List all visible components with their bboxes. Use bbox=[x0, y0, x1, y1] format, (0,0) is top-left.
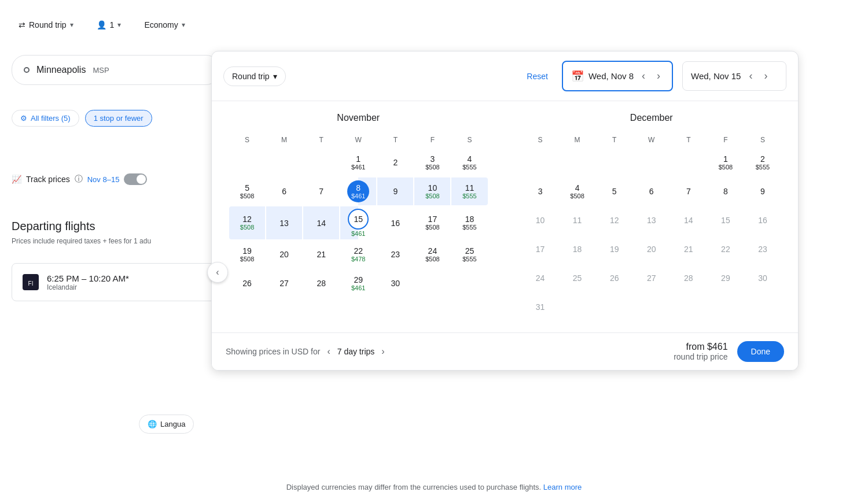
track-prices-toggle[interactable] bbox=[124, 173, 147, 185]
calendar-day-cell[interactable]: 11 bbox=[560, 206, 595, 234]
round-trip-button[interactable]: ⇄ Round trip ▾ bbox=[12, 16, 80, 34]
calendar-day-cell[interactable]: 30 bbox=[377, 269, 413, 297]
day-number: 23 bbox=[391, 250, 400, 258]
flight-card[interactable]: FI 6:25 PM – 10:20 AM* Icelandair bbox=[12, 263, 217, 301]
december-grid: SMTWTFS1$5082$55534$50856789101112131415… bbox=[523, 132, 781, 321]
calendar-day-cell[interactable]: 14 bbox=[303, 206, 339, 239]
stop-filter-label: 1 stop or fewer bbox=[94, 114, 144, 123]
calendar-day-cell[interactable]: 21 bbox=[671, 235, 707, 263]
calendar-day-cell[interactable]: 24$508 bbox=[414, 241, 450, 268]
trip-length-prev-button[interactable]: ‹ bbox=[325, 344, 332, 359]
calendar-day-cell[interactable]: 3$508 bbox=[414, 149, 450, 176]
calendar-day-cell[interactable]: 17 bbox=[523, 235, 558, 263]
calendar-day-cell[interactable]: 9 bbox=[745, 177, 781, 205]
calendar-day-cell[interactable]: 21 bbox=[303, 241, 339, 268]
calendar-day-cell[interactable]: 17$508 bbox=[414, 206, 450, 239]
calendar-day-cell[interactable]: 4$555 bbox=[451, 149, 487, 176]
calendar-day-cell[interactable]: 13 bbox=[266, 206, 302, 239]
day-number: 10 bbox=[428, 184, 437, 192]
calendar-day-cell[interactable]: 29$461 bbox=[340, 269, 376, 297]
calendar-day-cell[interactable]: 1$461 bbox=[340, 149, 376, 176]
price-note: round trip price bbox=[674, 352, 727, 361]
cabin-class-button[interactable]: Economy ▾ bbox=[137, 16, 192, 34]
day-header: F bbox=[708, 132, 744, 147]
calendar-day-cell[interactable]: 24 bbox=[523, 264, 558, 292]
track-chart-icon: 📈 bbox=[12, 175, 21, 184]
calendar-day-cell[interactable]: 31 bbox=[523, 293, 558, 321]
calendar-day-cell[interactable]: 20 bbox=[266, 241, 302, 268]
trip-length-next-button[interactable]: › bbox=[379, 344, 387, 359]
track-prices-section: 📈 Track prices ⓘ Nov 8–15 bbox=[12, 173, 147, 185]
passengers-button[interactable]: 👤 1 ▾ bbox=[90, 16, 128, 34]
stop-filter-button[interactable]: 1 stop or fewer bbox=[85, 110, 152, 127]
calendar-day-cell[interactable]: 8$461 bbox=[340, 177, 376, 205]
calendar-day-cell[interactable]: 10$508 bbox=[414, 177, 450, 205]
calendar-day-cell[interactable]: 28 bbox=[671, 264, 707, 292]
return-prev-button[interactable]: ‹ bbox=[745, 68, 756, 84]
calendar-day-cell[interactable]: 25$555 bbox=[451, 241, 487, 268]
calendar-day-cell bbox=[303, 149, 339, 176]
day-number: 14 bbox=[684, 216, 693, 224]
day-number: 30 bbox=[758, 274, 767, 282]
calendar-day-cell[interactable]: 6 bbox=[634, 177, 670, 205]
day-number: 20 bbox=[279, 250, 289, 258]
calendar-day-cell[interactable]: 8 bbox=[708, 177, 744, 205]
calendar-day-cell[interactable]: 23 bbox=[377, 241, 413, 268]
calendar-day-cell[interactable]: 26 bbox=[597, 264, 632, 292]
calendar-day-cell[interactable]: 12$508 bbox=[229, 206, 265, 239]
calendar-day-cell[interactable]: 2$555 bbox=[745, 149, 781, 176]
day-header: M bbox=[560, 132, 595, 147]
departing-subheading: Prices include required taxes + fees for… bbox=[12, 237, 151, 245]
calendar-day-cell[interactable]: 5 bbox=[597, 177, 632, 205]
calendar-day-cell[interactable]: 25 bbox=[560, 264, 595, 292]
calendar-day-cell[interactable]: 16 bbox=[745, 206, 781, 234]
calendar-day-cell[interactable]: 29 bbox=[708, 264, 744, 292]
all-filters-button[interactable]: ⚙ All filters (5) bbox=[12, 110, 79, 127]
calendar-day-cell[interactable]: 26 bbox=[229, 269, 265, 297]
back-arrow-button[interactable]: ‹ bbox=[207, 262, 228, 283]
calendar-day-cell[interactable]: 5$508 bbox=[229, 177, 265, 205]
calendar-day-cell[interactable]: 2 bbox=[377, 149, 413, 176]
calendar-day-cell bbox=[708, 293, 744, 321]
return-next-button[interactable]: › bbox=[760, 68, 771, 84]
calendar-day-cell[interactable]: 9 bbox=[377, 177, 413, 205]
calendar-day-cell[interactable]: 7 bbox=[671, 177, 707, 205]
calendar-day-cell[interactable]: 18 bbox=[560, 235, 595, 263]
calendar-day-cell[interactable]: 23 bbox=[745, 235, 781, 263]
done-button[interactable]: Done bbox=[737, 341, 784, 362]
depart-prev-button[interactable]: ‹ bbox=[638, 68, 649, 84]
calendar-day-cell[interactable]: 13 bbox=[634, 206, 670, 234]
reset-button[interactable]: Reset bbox=[522, 67, 553, 86]
calendar-day-cell[interactable]: 19$508 bbox=[229, 241, 265, 268]
flight-details: 6:25 PM – 10:20 AM* Icelandair bbox=[47, 273, 129, 291]
calendar-day-cell[interactable]: 19 bbox=[597, 235, 632, 263]
calendar-day-cell[interactable]: 30 bbox=[745, 264, 781, 292]
calendar-day-cell[interactable]: 28 bbox=[303, 269, 339, 297]
calendar-day-cell[interactable]: 16 bbox=[377, 206, 413, 239]
calendar-day-cell[interactable]: 3 bbox=[523, 177, 558, 205]
calendar-round-trip-selector[interactable]: Round trip ▾ bbox=[223, 66, 286, 86]
calendar-day-cell[interactable]: 10 bbox=[523, 206, 558, 234]
calendar-day-cell[interactable]: 12 bbox=[597, 206, 632, 234]
origin-field[interactable]: Minneapolis MSP bbox=[24, 65, 208, 75]
calendar-day-cell[interactable]: 4$508 bbox=[560, 177, 595, 205]
calendar-day-cell[interactable]: 1$508 bbox=[708, 149, 744, 176]
calendar-day-cell[interactable]: 22$478 bbox=[340, 241, 376, 268]
depart-next-button[interactable]: › bbox=[653, 68, 664, 84]
calendar-day-cell[interactable]: 20 bbox=[634, 235, 670, 263]
calendar-day-cell[interactable]: 27 bbox=[266, 269, 302, 297]
depart-date-field[interactable]: 📅 Wed, Nov 8 ‹ › bbox=[562, 61, 673, 91]
return-date-field[interactable]: Wed, Nov 15 ‹ › bbox=[682, 61, 786, 91]
calendar-day-cell[interactable]: 15$461 bbox=[340, 206, 376, 239]
calendar-day-cell[interactable]: 11$555 bbox=[451, 177, 487, 205]
calendar-day-cell[interactable]: 7 bbox=[303, 177, 339, 205]
calendar-day-cell[interactable]: 22 bbox=[708, 235, 744, 263]
calendar-day-cell[interactable]: 15 bbox=[708, 206, 744, 234]
language-button[interactable]: 🌐 Langua bbox=[139, 415, 194, 434]
day-price: $555 bbox=[462, 256, 476, 262]
learn-more-link[interactable]: Learn more bbox=[543, 483, 582, 491]
calendar-day-cell[interactable]: 14 bbox=[671, 206, 707, 234]
calendar-day-cell[interactable]: 18$555 bbox=[451, 206, 487, 239]
calendar-day-cell[interactable]: 6 bbox=[266, 177, 302, 205]
calendar-day-cell[interactable]: 27 bbox=[634, 264, 670, 292]
